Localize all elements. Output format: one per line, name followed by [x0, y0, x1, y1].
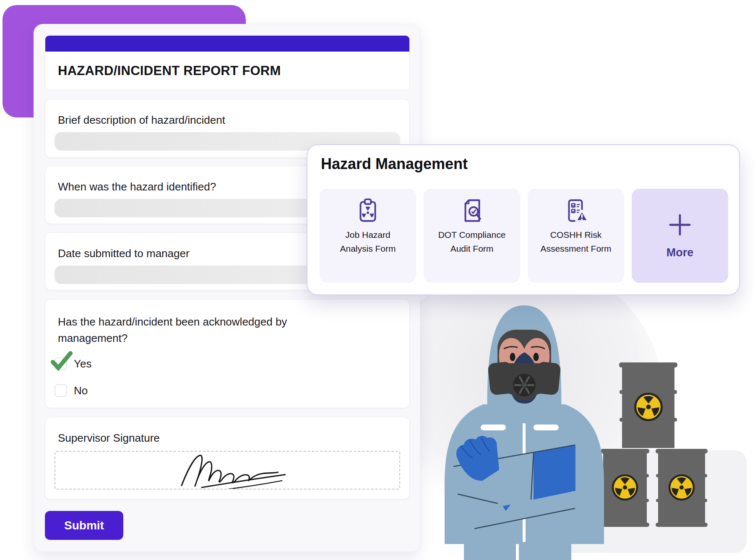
tile-coshh-risk-assessment[interactable]: COSHH Risk Assessment Form [528, 189, 624, 283]
no-checkbox[interactable] [55, 384, 67, 397]
tile-dot-compliance-audit[interactable]: DOT Compliance Audit Form [424, 189, 520, 283]
page: HAZARD/INCIDENT REPORT FORM Brief descri… [0, 0, 755, 560]
hazmat-worker-illustration [398, 268, 755, 560]
form-title: HAZARD/INCIDENT REPORT FORM [58, 52, 281, 90]
field-acknowledged-question: Has the hazard/incident been acknowledge… [45, 299, 410, 408]
form-header-bar [45, 36, 409, 52]
yes-label: Yes [74, 357, 91, 370]
tile-label: DOT Compliance Audit Form [436, 228, 508, 256]
option-no[interactable]: No [55, 383, 222, 398]
tile-more[interactable]: More [632, 189, 728, 283]
field-label: When was the hazard identified? [58, 180, 216, 193]
checklist-warning-icon [562, 197, 590, 225]
tile-label: Job Hazard Analysis Form [332, 228, 404, 256]
option-yes[interactable]: Yes [55, 357, 222, 371]
no-label: No [74, 384, 88, 397]
hazard-management-panel: Hazard Management Job Hazard Analysis Fo… [307, 144, 740, 295]
clipboard-radiation-icon [354, 197, 382, 225]
panel-title: Hazard Management [321, 155, 468, 173]
signature-pad[interactable] [55, 451, 400, 490]
tile-job-hazard-analysis[interactable]: Job Hazard Analysis Form [320, 189, 416, 283]
green-check-icon [50, 351, 73, 371]
signature-scribble [55, 452, 399, 489]
field-label: Brief description of hazard/incident [58, 114, 225, 127]
more-label: More [666, 246, 694, 259]
question-label: Has the hazard/incident been acknowledge… [58, 314, 318, 346]
submit-button[interactable]: Submit [45, 511, 123, 540]
form-header: HAZARD/INCIDENT REPORT FORM [45, 35, 410, 90]
field-label: Date submitted to manager [58, 247, 190, 260]
field-supervisor-signature: Supervisor Signature [45, 417, 410, 500]
document-magnifier-icon [458, 197, 486, 225]
tile-label: COSHH Risk Assessment Form [540, 228, 612, 256]
signature-label: Supervisor Signature [58, 432, 160, 445]
plus-icon [668, 213, 692, 237]
